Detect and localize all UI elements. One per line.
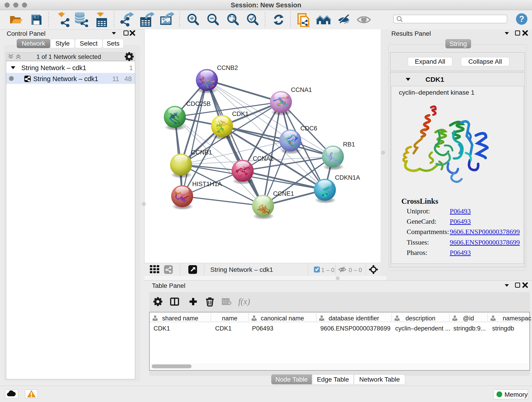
- svg-text:RB1: RB1: [343, 141, 355, 148]
- svg-text:CCNB2: CCNB2: [217, 64, 238, 71]
- svg-text:CDKN1A: CDKN1A: [335, 174, 360, 181]
- svg-text:CDC6: CDC6: [300, 125, 317, 132]
- svg-text:CCNA1: CCNA1: [291, 86, 312, 93]
- svg-text:?: ?: [519, 14, 524, 24]
- svg-text:CCNA2: CCNA2: [253, 155, 274, 162]
- svg-text:CDK1: CDK1: [232, 110, 249, 117]
- svg-text:CCNE1: CCNE1: [273, 190, 294, 197]
- svg-text:HIST1H1A: HIST1H1A: [192, 181, 222, 187]
- svg-text:CCNB1: CCNB1: [191, 149, 212, 156]
- svg-text:CDC25B: CDC25B: [186, 100, 211, 107]
